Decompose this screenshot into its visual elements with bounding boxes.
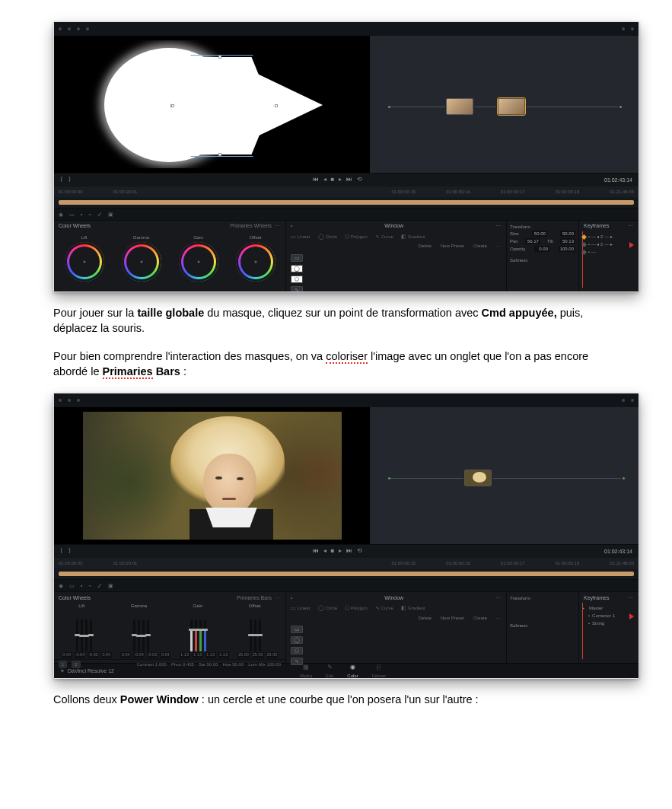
mark-in-icon[interactable]: ⟨ [60,547,62,556]
mark-out-icon[interactable]: ⟩ [68,547,71,556]
keyframe-editor[interactable]: • — ◂ ≡ — ▸ • — ◂ ≡ — ▸ • — [579,231,639,288]
gamma-bars[interactable] [116,619,167,651]
field-value[interactable]: 50.00 [532,231,547,237]
node-thumb[interactable] [464,470,492,486]
node-graph[interactable] [370,36,639,173]
window-tab[interactable]: Linear [298,234,311,240]
keyframe-icon[interactable] [581,241,587,247]
tab-media[interactable]: ▦Media [300,664,312,679]
gamma-values[interactable]: 0.04-0.04-0.020.04 [120,652,170,658]
kf-track[interactable]: Master [589,605,603,611]
viewer[interactable] [54,36,370,173]
tool-icon[interactable]: ⌁ [88,582,91,589]
more-icon[interactable]: ⋯ [495,594,502,601]
step-back-icon[interactable]: ◂ [323,547,326,556]
play-icon[interactable]: ▸ [339,547,342,556]
playhead[interactable] [582,231,583,288]
stop-icon[interactable]: ■ [331,547,335,556]
node-graph[interactable] [370,407,639,544]
window-item[interactable]: ◯ [291,263,502,274]
more-icon[interactable]: ⋯ [496,615,502,621]
viewer[interactable] [54,407,370,544]
field-value[interactable]: 100.00 [559,246,575,252]
window-item[interactable]: ⬠ [291,274,502,285]
mask-handle[interactable] [275,104,278,107]
window-item[interactable]: ∿ [291,285,502,292]
more-icon[interactable]: ⋯ [275,594,281,601]
next-icon[interactable]: ⏭ [346,176,352,184]
loop-icon[interactable]: ⟲ [357,547,362,556]
playhead[interactable] [582,603,583,659]
tool-icon[interactable]: ▭ [69,211,75,218]
window-tab[interactable]: Circle [326,605,337,611]
curve-icon[interactable]: ∿ [375,604,380,611]
window-tab[interactable]: Gradient [408,605,425,611]
mask-handle[interactable] [218,56,221,59]
mask-handle[interactable] [171,104,174,107]
lift-values[interactable]: 0.04-0.04-0.020.04 [62,652,112,658]
create-button[interactable]: Create [473,615,487,621]
tool-icon[interactable]: ▣ [108,582,113,589]
prev-icon[interactable]: ⏮ [313,176,319,184]
next-icon[interactable]: ⏭ [346,547,352,556]
timeline-clip[interactable] [59,572,634,576]
viewer-canvas[interactable] [83,40,342,168]
tool-icon[interactable]: ⤢ [97,582,102,589]
more-icon[interactable]: ⋯ [496,243,502,249]
field-value[interactable]: 56.17 [525,238,540,244]
param[interactable]: Pivot 0.435 [171,661,194,667]
tool-icon[interactable]: ◉ [59,211,63,218]
window-tab[interactable]: Curve [381,605,393,611]
offset-bars[interactable] [231,619,281,651]
param[interactable]: Hue 50.00 [223,661,244,667]
window-tab[interactable]: Gradient [408,234,425,240]
delete-button[interactable]: Delete [419,615,432,621]
polygon-icon[interactable]: ⬠ [345,604,349,611]
keyframe-editor[interactable]: ▸Master •Corrector 1 •Sizing [579,603,639,659]
offset-values[interactable]: 25.0025.0025.00 [237,652,278,658]
gradient-icon[interactable]: ◧ [401,233,406,240]
tool-icon[interactable]: • [81,582,82,589]
window-item[interactable]: ⬠ [291,645,502,656]
window-item[interactable]: ▭ [291,624,502,635]
new-preset-button[interactable]: New Preset [441,243,464,249]
linear-icon[interactable]: ▭ [291,233,296,240]
tool-icon[interactable]: ⤢ [97,211,102,218]
offset-wheel[interactable] [236,242,275,282]
window-tab[interactable]: Polygon [351,234,368,240]
lift-bars[interactable] [59,619,110,651]
tool-icon[interactable]: ▣ [108,211,113,218]
tab-edit[interactable]: ✎Edit [326,664,333,679]
new-preset-button[interactable]: New Preset [441,615,464,621]
tab-color[interactable]: ◉Color [347,664,358,679]
gain-wheel[interactable] [179,242,218,282]
node-thumb-selected[interactable] [498,98,525,115]
mark-out-icon[interactable]: ⟩ [68,176,71,184]
field-value[interactable]: 50.13 [560,238,575,244]
panel-subtitle[interactable]: Primaries Bars [237,594,272,601]
window-tab[interactable]: Linear [298,605,311,611]
keyframe-icon[interactable] [581,249,587,254]
field-value[interactable]: 0.00 [534,246,549,252]
more-icon[interactable]: ⋯ [495,222,502,229]
timeline-ruler[interactable]: 01:00:00:00 01:00:20:01 01:00:00:15 01:0… [54,558,639,569]
loop-icon[interactable]: ⟲ [357,176,362,184]
keyframe-icon[interactable] [581,234,587,239]
kf-track[interactable]: Corrector 1 [592,613,615,619]
more-icon[interactable]: ⋯ [628,594,634,601]
tool-icon[interactable]: • [81,211,82,218]
gain-values[interactable]: 1.131.131.131.13 [180,652,229,658]
create-button[interactable]: Create [473,243,487,249]
field-value[interactable]: 50.00 [560,231,575,237]
tab-deliver[interactable]: ⍇Deliver [372,664,387,679]
kf-track[interactable]: Sizing [592,620,604,626]
panel-subtitle[interactable]: Primaries Wheels [230,222,272,229]
lift-wheel[interactable] [65,242,104,282]
delete-button[interactable]: Delete [419,243,432,249]
mark-in-icon[interactable]: ⟨ [60,176,62,184]
step-back-icon[interactable]: ◂ [323,176,326,184]
timeline[interactable]: 01:00:00:00 01:00:20:01 01:00:00:15 01:0… [54,558,639,591]
stop-icon[interactable]: ■ [331,176,335,184]
circle-icon[interactable]: ◯ [318,604,324,611]
gamma-wheel[interactable] [122,242,161,282]
